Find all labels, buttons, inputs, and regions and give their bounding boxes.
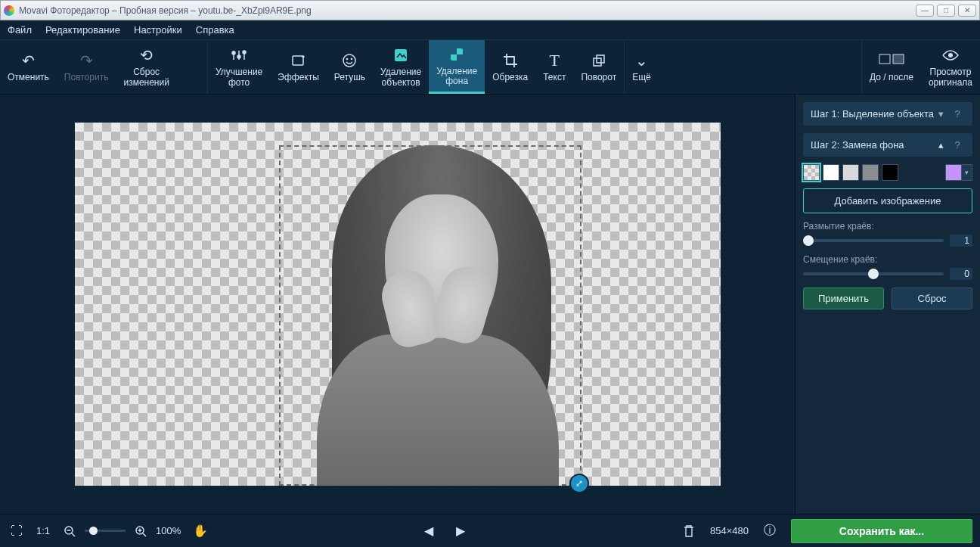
redo-icon: ↷: [80, 51, 93, 70]
step2-header[interactable]: Шаг 2: Замена фона ▴ ?: [803, 133, 972, 157]
svg-rect-14: [594, 58, 601, 66]
text-button[interactable]: T Текст: [535, 40, 573, 94]
fullscreen-button[interactable]: ⛶: [8, 522, 26, 540]
delete-button[interactable]: [680, 522, 698, 540]
swatch-black[interactable]: [882, 164, 898, 181]
edge-blur-slider[interactable]: [803, 239, 944, 242]
edge-offset-label: Смещение краёв:: [803, 254, 972, 265]
edge-blur-control: Размытие краёв: 1: [803, 221, 972, 247]
selection-box[interactable]: ⤢: [279, 145, 581, 486]
svg-line-20: [72, 533, 75, 536]
swatch-transparent[interactable]: [803, 164, 820, 181]
edge-blur-value: 1: [950, 235, 972, 247]
swatch-gray[interactable]: [862, 164, 879, 181]
retouch-button[interactable]: Ретушь: [327, 40, 373, 94]
effects-icon: [290, 51, 307, 70]
add-image-button[interactable]: Добавить изображение: [803, 188, 972, 213]
background-swatches: ▾: [803, 164, 972, 181]
zoom-in-button[interactable]: [132, 522, 150, 540]
edge-offset-control: Смещение краёв: 0: [803, 254, 972, 280]
svg-point-4: [237, 55, 240, 58]
image-dimensions: 854×480: [710, 525, 749, 536]
menu-file[interactable]: Файл: [8, 24, 32, 36]
canvas-area[interactable]: ⤢: [0, 95, 795, 514]
chevron-down-icon: ▾: [938, 108, 944, 120]
prev-button[interactable]: ◀: [420, 522, 438, 540]
save-as-button[interactable]: Сохранить как...: [791, 519, 972, 543]
info-button[interactable]: ⓘ: [761, 522, 779, 540]
enhance-label: Улучшение фото: [216, 67, 262, 87]
effects-label: Эффекты: [278, 73, 319, 82]
text-label: Текст: [543, 73, 566, 82]
window-close-button[interactable]: ✕: [958, 5, 976, 17]
crop-icon: [502, 51, 519, 70]
reset-label: Сброс изменений: [123, 67, 169, 87]
step2-help-button[interactable]: ?: [950, 139, 965, 151]
step1-label: Шаг 1: Выделение объекта: [811, 108, 938, 120]
enhance-button[interactable]: Улучшение фото: [207, 40, 270, 94]
svg-rect-6: [293, 56, 303, 65]
remove-background-label: Удаление фона: [436, 67, 477, 86]
color-picker-button[interactable]: [945, 164, 962, 181]
before-after-label: До / после: [870, 73, 913, 82]
fit-ratio-button[interactable]: 1:1: [36, 522, 50, 540]
effects-button[interactable]: Эффекты: [270, 40, 327, 94]
crop-button[interactable]: Обрезка: [485, 40, 535, 94]
chevron-up-icon: ▴: [938, 139, 944, 151]
view-original-label: Просмотр оригинала: [929, 67, 972, 87]
status-bar: ⛶ 1:1 100% ✋ ◀ ▶ 854×480 ⓘ Сохранить как…: [0, 514, 980, 547]
svg-point-7: [343, 54, 355, 67]
main-toolbar: ↶ Отменить ↷ Повторить ⟲ Сброс изменений…: [0, 40, 980, 95]
remove-objects-button[interactable]: Удаление объектов: [373, 40, 429, 94]
reset-changes-button[interactable]: ⟲ Сброс изменений: [116, 40, 176, 94]
svg-point-8: [346, 58, 349, 61]
remove-background-button[interactable]: Удаление фона: [429, 40, 485, 94]
color-picker-dropdown[interactable]: ▾: [962, 164, 972, 181]
more-button[interactable]: ⌄ Ещё: [624, 40, 659, 94]
swatch-light-gray[interactable]: [842, 164, 859, 181]
retouch-label: Ретушь: [334, 73, 365, 82]
redo-label: Повторить: [64, 73, 109, 82]
window-maximize-button[interactable]: □: [937, 5, 955, 17]
svg-rect-16: [879, 54, 890, 64]
redo-button[interactable]: ↷ Повторить: [57, 40, 116, 94]
menu-edit[interactable]: Редактирование: [45, 24, 120, 36]
before-after-icon: [879, 51, 904, 70]
enhance-icon: [231, 46, 247, 64]
svg-rect-12: [451, 48, 457, 54]
window-minimize-button[interactable]: —: [916, 5, 934, 17]
swatch-white[interactable]: [823, 164, 839, 181]
svg-rect-13: [457, 54, 463, 61]
rotate-label: Поворот: [581, 73, 616, 82]
edge-offset-slider[interactable]: [803, 272, 944, 275]
svg-rect-15: [597, 55, 604, 63]
apply-button[interactable]: Применить: [803, 287, 884, 309]
edge-offset-value: 0: [950, 268, 972, 280]
next-button[interactable]: ▶: [451, 522, 470, 540]
text-icon: T: [550, 51, 560, 70]
svg-point-18: [948, 53, 953, 57]
remove-objects-icon: [392, 46, 409, 64]
before-after-button[interactable]: До / после: [861, 40, 921, 94]
edge-blur-label: Размытие краёв:: [803, 221, 972, 232]
retouch-icon: [341, 51, 358, 70]
resize-handle-icon[interactable]: ⤢: [571, 475, 588, 492]
step1-header[interactable]: Шаг 1: Выделение объекта ▾ ?: [803, 102, 972, 126]
reset-icon: ⟲: [140, 46, 153, 64]
view-original-button[interactable]: Просмотр оригинала: [921, 40, 980, 94]
window-titlebar: Movavi Фоторедактор – Пробная версия – y…: [0, 0, 980, 20]
image-canvas[interactable]: ⤢: [75, 123, 721, 486]
zoom-out-button[interactable]: [60, 522, 79, 540]
step1-help-button[interactable]: ?: [950, 108, 965, 120]
rotate-button[interactable]: Поворот: [573, 40, 624, 94]
hand-tool-button[interactable]: ✋: [191, 522, 209, 540]
chevron-down-icon: ⌄: [635, 51, 648, 70]
menu-help[interactable]: Справка: [196, 24, 234, 36]
rotate-icon: [591, 51, 607, 70]
menu-settings[interactable]: Настройки: [134, 24, 182, 36]
zoom-slider[interactable]: [85, 530, 126, 532]
undo-button[interactable]: ↶ Отменить: [0, 40, 57, 94]
svg-point-3: [232, 51, 235, 54]
reset-button[interactable]: Сброс: [892, 287, 972, 309]
eye-icon: [941, 46, 960, 64]
